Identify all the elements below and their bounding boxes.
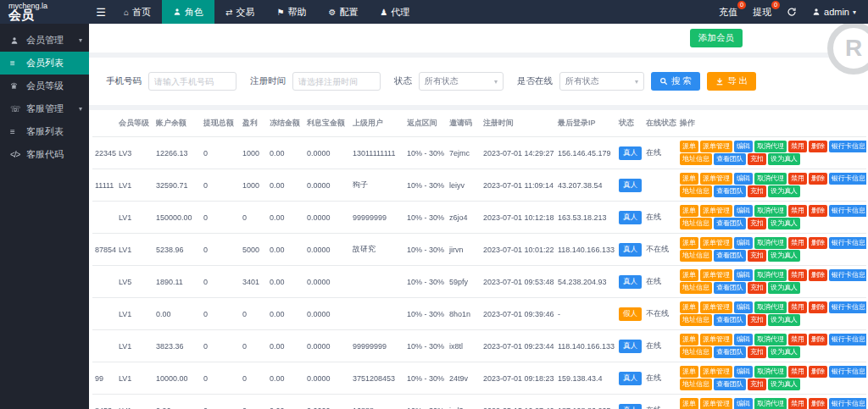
- dispatch-button[interactable]: 派单: [680, 366, 698, 378]
- withdraw-link[interactable]: 提现 0: [753, 6, 771, 19]
- dispatch-manage-button[interactable]: 派单管理: [700, 173, 732, 185]
- bank-card-info-button[interactable]: 银行卡信息: [829, 334, 866, 345]
- set-real-button[interactable]: 设为真人: [768, 218, 800, 229]
- view-team-button[interactable]: 查看团队: [714, 250, 746, 262]
- delete-button[interactable]: 删除: [809, 237, 827, 249]
- cancel-agent-button[interactable]: 取消代理: [754, 366, 787, 378]
- view-team-button[interactable]: 查看团队: [714, 314, 746, 326]
- cancel-agent-button[interactable]: 取消代理: [754, 269, 787, 281]
- edit-button[interactable]: 编辑: [734, 269, 753, 281]
- delete-button[interactable]: 删除: [809, 141, 827, 152]
- dispatch-button[interactable]: 派单: [680, 398, 698, 409]
- disable-button[interactable]: 禁用: [788, 141, 807, 152]
- credit-adjust-button[interactable]: 充扣: [748, 282, 766, 294]
- credit-adjust-button[interactable]: 充扣: [748, 153, 766, 165]
- delete-button[interactable]: 删除: [809, 366, 827, 378]
- delete-button[interactable]: 删除: [809, 301, 827, 313]
- edit-button[interactable]: 编辑: [734, 237, 753, 249]
- dispatch-button[interactable]: 派单: [680, 205, 698, 217]
- edit-button[interactable]: 编辑: [734, 301, 753, 313]
- sidebar-item-1[interactable]: ≡会员列表: [0, 52, 89, 75]
- cancel-agent-button[interactable]: 取消代理: [754, 141, 787, 152]
- delete-button[interactable]: 删除: [809, 205, 827, 217]
- edit-button[interactable]: 编辑: [734, 334, 753, 345]
- sidebar-item-3[interactable]: ☏客服管理▾: [0, 97, 89, 120]
- cancel-agent-button[interactable]: 取消代理: [754, 334, 787, 345]
- dispatch-manage-button[interactable]: 派单管理: [700, 366, 732, 378]
- bank-card-info-button[interactable]: 银行卡信息: [829, 141, 866, 152]
- disable-button[interactable]: 禁用: [788, 398, 807, 409]
- phone-input[interactable]: [148, 72, 236, 91]
- disable-button[interactable]: 禁用: [788, 366, 807, 378]
- set-real-button[interactable]: 设为真人: [768, 379, 800, 390]
- search-button[interactable]: 搜 索: [651, 72, 700, 91]
- admin-dropdown[interactable]: admin ▾: [812, 7, 856, 17]
- set-real-button[interactable]: 设为真人: [768, 153, 800, 165]
- disable-button[interactable]: 禁用: [788, 205, 807, 217]
- dispatch-manage-button[interactable]: 派单管理: [700, 237, 732, 249]
- set-real-button[interactable]: 设为真人: [768, 346, 800, 358]
- cancel-agent-button[interactable]: 取消代理: [754, 237, 787, 249]
- view-team-button[interactable]: 查看团队: [714, 282, 746, 294]
- address-info-button[interactable]: 地址信息: [680, 185, 712, 197]
- disable-button[interactable]: 禁用: [788, 334, 807, 345]
- sidebar-item-5[interactable]: </>客服代码: [0, 143, 89, 166]
- cancel-agent-button[interactable]: 取消代理: [754, 173, 787, 185]
- bank-card-info-button[interactable]: 银行卡信息: [829, 398, 866, 409]
- delete-button[interactable]: 删除: [809, 334, 827, 345]
- refresh-icon[interactable]: [787, 7, 797, 17]
- dispatch-manage-button[interactable]: 派单管理: [700, 141, 732, 152]
- set-real-button[interactable]: 设为真人: [768, 314, 800, 326]
- dispatch-button[interactable]: 派单: [680, 334, 698, 345]
- view-team-button[interactable]: 查看团队: [714, 346, 746, 358]
- bank-card-info-button[interactable]: 银行卡信息: [829, 366, 866, 378]
- menu-toggle-icon[interactable]: ☰: [89, 0, 113, 24]
- edit-button[interactable]: 编辑: [734, 173, 753, 185]
- nav-item-1[interactable]: 角色: [162, 0, 214, 24]
- credit-adjust-button[interactable]: 充扣: [748, 346, 766, 358]
- address-info-button[interactable]: 地址信息: [680, 218, 712, 229]
- regtime-input[interactable]: [292, 72, 381, 91]
- edit-button[interactable]: 编辑: [734, 141, 753, 152]
- dispatch-button[interactable]: 派单: [680, 141, 698, 152]
- set-real-button[interactable]: 设为真人: [768, 185, 800, 197]
- dispatch-button[interactable]: 派单: [680, 173, 698, 185]
- disable-button[interactable]: 禁用: [788, 269, 807, 281]
- dispatch-button[interactable]: 派单: [680, 301, 698, 313]
- nav-item-2[interactable]: ⇄交易: [214, 0, 265, 24]
- edit-button[interactable]: 编辑: [734, 366, 753, 378]
- set-real-button[interactable]: 设为真人: [768, 250, 800, 262]
- disable-button[interactable]: 禁用: [788, 173, 807, 185]
- credit-adjust-button[interactable]: 充扣: [748, 218, 766, 229]
- bank-card-info-button[interactable]: 银行卡信息: [829, 269, 866, 281]
- address-info-button[interactable]: 地址信息: [680, 282, 712, 294]
- address-info-button[interactable]: 地址信息: [680, 153, 712, 165]
- dispatch-manage-button[interactable]: 派单管理: [700, 398, 732, 409]
- nav-item-5[interactable]: ♟代理: [369, 0, 420, 24]
- recharge-link[interactable]: 充值 0: [719, 6, 737, 19]
- cancel-agent-button[interactable]: 取消代理: [754, 205, 787, 217]
- sidebar-item-4[interactable]: ≡客服列表: [0, 120, 89, 143]
- bank-card-info-button[interactable]: 银行卡信息: [829, 205, 866, 217]
- view-team-button[interactable]: 查看团队: [714, 185, 746, 197]
- export-button[interactable]: 导 出: [707, 72, 756, 91]
- view-team-button[interactable]: 查看团队: [714, 218, 746, 229]
- dispatch-manage-button[interactable]: 派单管理: [700, 334, 732, 345]
- edit-button[interactable]: 编辑: [734, 398, 753, 409]
- address-info-button[interactable]: 地址信息: [680, 314, 712, 326]
- address-info-button[interactable]: 地址信息: [680, 379, 712, 390]
- credit-adjust-button[interactable]: 充扣: [748, 379, 766, 390]
- online-select[interactable]: 所有状态 ▾: [559, 72, 644, 91]
- delete-button[interactable]: 删除: [809, 173, 827, 185]
- view-team-button[interactable]: 查看团队: [714, 153, 746, 165]
- bank-card-info-button[interactable]: 银行卡信息: [829, 173, 866, 185]
- address-info-button[interactable]: 地址信息: [680, 346, 712, 358]
- dispatch-button[interactable]: 派单: [680, 269, 698, 281]
- dispatch-manage-button[interactable]: 派单管理: [700, 205, 732, 217]
- bank-card-info-button[interactable]: 银行卡信息: [829, 301, 866, 313]
- cancel-agent-button[interactable]: 取消代理: [754, 398, 787, 409]
- bank-card-info-button[interactable]: 银行卡信息: [829, 237, 866, 249]
- dispatch-manage-button[interactable]: 派单管理: [700, 301, 732, 313]
- dispatch-manage-button[interactable]: 派单管理: [700, 269, 732, 281]
- delete-button[interactable]: 删除: [809, 398, 827, 409]
